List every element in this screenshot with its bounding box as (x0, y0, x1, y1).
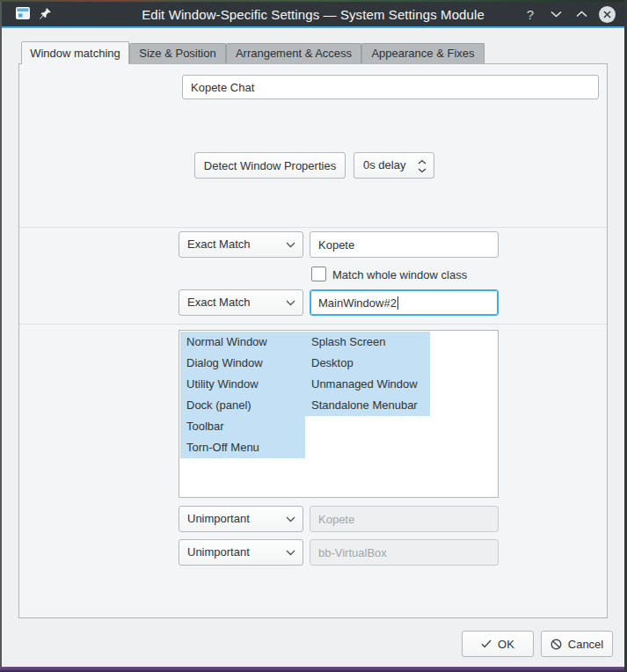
chevron-down-icon (286, 242, 295, 248)
window-class-match-combo[interactable]: Exact Match (179, 231, 303, 258)
cancel-button[interactable]: Cancel (541, 631, 613, 657)
tab-window-matching[interactable]: Window matching (21, 41, 129, 64)
description-input[interactable]: Kopete Chat (182, 75, 599, 99)
chevron-down-icon (286, 300, 295, 306)
detect-delay-spinbox[interactable]: 0s delay (354, 152, 434, 179)
titlebar[interactable]: Edit Window-Specific Settings — System S… (2, 2, 624, 26)
window-type-item[interactable]: Dock (panel) (180, 395, 305, 416)
window-type-item[interactable]: Unmanaged Window (305, 374, 430, 395)
minimize-button[interactable] (547, 5, 565, 23)
machine-hostname-input: bb-VirtualBox (310, 539, 499, 566)
match-whole-class-checkbox[interactable] (311, 267, 326, 281)
close-button[interactable] (598, 5, 616, 23)
window-type-item[interactable]: Standalone Menubar (305, 395, 430, 416)
ok-button-label: OK (498, 638, 514, 651)
settings-dialog-window: Edit Window-Specific Settings — System S… (2, 2, 624, 667)
window-title-match-value: Unimportant (187, 512, 250, 525)
cancel-icon (550, 639, 562, 650)
ok-button[interactable]: OK (462, 631, 534, 657)
window-type-item[interactable]: Splash Screen (305, 332, 430, 353)
spinbox-arrows-icon[interactable] (418, 159, 427, 173)
delay-value: 0s delay (363, 158, 405, 172)
window-title-input: Kopete (310, 506, 499, 532)
active-window-accent-line (2, 26, 624, 28)
window-title-match-combo[interactable]: Unimportant (179, 506, 303, 532)
match-whole-class-label[interactable]: Match whole window class (332, 268, 467, 281)
maximize-button[interactable] (572, 5, 590, 23)
chevron-down-icon (286, 516, 295, 522)
help-button[interactable]: ? (521, 5, 539, 23)
check-icon (481, 639, 492, 648)
window-type-item[interactable]: Desktop (305, 353, 430, 374)
window-class-input[interactable]: Kopete (310, 231, 499, 258)
close-icon (599, 6, 616, 23)
tab-size-position[interactable]: Size & Position (129, 43, 226, 63)
window-type-item[interactable]: Torn-Off Menu (180, 437, 305, 458)
separator-top (19, 227, 607, 228)
window-role-input[interactable]: MainWindow#2 (310, 289, 499, 316)
window-role-match-combo[interactable]: Exact Match (179, 289, 303, 316)
detect-button-label: Detect Window Properties (204, 159, 336, 172)
text-cursor (397, 296, 398, 310)
tab-arrangement-access[interactable]: Arrangement & Access (226, 43, 361, 63)
machine-match-combo[interactable]: Unimportant (179, 539, 303, 566)
tab-appearance-fixes[interactable]: Appearance & Fixes (361, 43, 485, 63)
separator-middle (19, 324, 607, 325)
window-role-match-value: Exact Match (187, 296, 251, 309)
cancel-button-label: Cancel (568, 638, 603, 651)
window-type-item[interactable]: Dialog Window (180, 353, 305, 374)
window-class-match-value: Exact Match (187, 237, 251, 251)
machine-match-value: Unimportant (187, 545, 250, 559)
window-type-item[interactable]: Normal Window (180, 332, 305, 353)
chevron-down-icon (286, 550, 295, 556)
desktop-background-bottom (0, 667, 627, 672)
window-types-list[interactable]: Normal Window Dialog Window Utility Wind… (179, 330, 499, 498)
window-role-value: MainWindow#2 (318, 296, 397, 310)
window-type-item[interactable]: Toolbar (180, 416, 305, 437)
detect-window-properties-button[interactable]: Detect Window Properties (194, 152, 346, 179)
window-type-item[interactable]: Utility Window (180, 374, 305, 395)
